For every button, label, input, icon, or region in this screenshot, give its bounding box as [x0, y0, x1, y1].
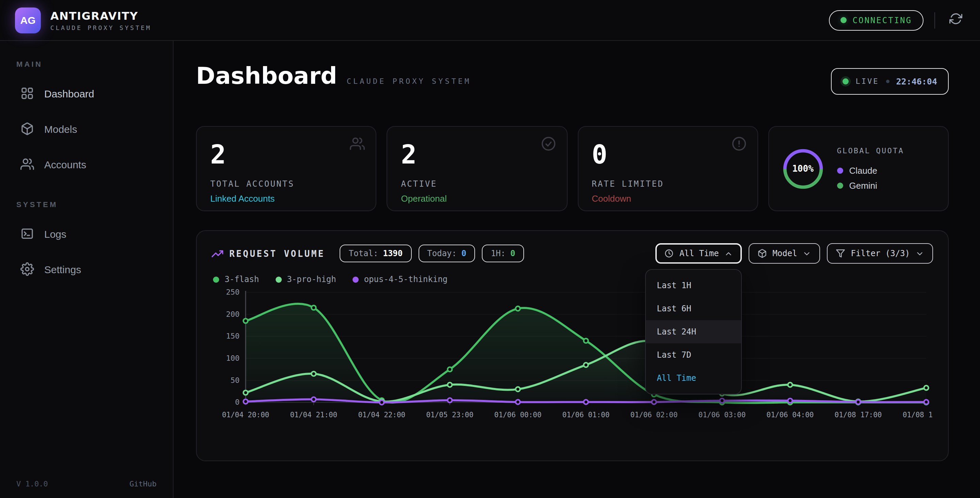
dropdown-item-last-6h[interactable]: Last 6H: [646, 297, 741, 320]
stat-chip-1h: 1H:0: [482, 244, 524, 262]
stat-card-rate-limited: 0RATE LIMITEDCooldown: [578, 126, 758, 211]
version-label: V 1.0.0: [16, 480, 48, 488]
svg-text:01/06 01:00: 01/06 01:00: [563, 411, 610, 419]
chip-value: 1390: [383, 249, 402, 258]
page-subtitle: CLAUDE PROXY SYSTEM: [347, 77, 471, 86]
svg-text:200: 200: [226, 310, 240, 319]
legend-label: Gemini: [850, 180, 877, 191]
sidebar-item-label: Settings: [44, 263, 81, 275]
request-volume-panel: REQUEST VOLUME Total:1390Today:01H:0 All…: [196, 230, 949, 461]
svg-text:150: 150: [226, 332, 240, 340]
alert-circle-icon: [732, 136, 746, 151]
legend-label: 3-pro-high: [287, 275, 336, 284]
sidebar-section-system: SYSTEM: [14, 200, 159, 209]
stat-chip-today: Today:0: [418, 244, 475, 262]
sidebar-item-accounts[interactable]: Accounts: [14, 148, 159, 180]
legend-label: 3-flash: [224, 275, 259, 284]
legend-dot: [837, 168, 843, 174]
chart-legend-3-pro-high[interactable]: 3-pro-high: [275, 275, 336, 284]
chip-label: Total:: [349, 249, 379, 258]
sidebar: MAINDashboardModelsAccountsSYSTEMLogsSet…: [0, 41, 173, 498]
users-icon: [21, 157, 34, 171]
svg-text:01/05 23:00: 01/05 23:00: [426, 411, 474, 419]
model-filter-label: Model: [772, 249, 797, 258]
trending-up-icon: [212, 247, 223, 259]
stat-card-active: 2ACTIVEOperational: [387, 126, 568, 211]
svg-text:01/04 20:00: 01/04 20:00: [222, 411, 269, 419]
filter-button[interactable]: Filter (3/3): [827, 243, 933, 263]
sidebar-item-dashboard[interactable]: Dashboard: [14, 78, 159, 109]
dropdown-item-last-7d[interactable]: Last 7D: [646, 343, 741, 367]
request-volume-chart[interactable]: 05010015020025001/04 20:0001/04 21:0001/…: [212, 287, 933, 427]
legend-label: opus-4-5-thinking: [364, 275, 448, 284]
quota-label: GLOBAL QUOTA: [837, 147, 904, 155]
quota-legend-gemini: Gemini: [837, 180, 904, 191]
github-link[interactable]: GitHub: [130, 480, 157, 488]
clock-icon: [665, 249, 674, 258]
global-quota-card: 100%GLOBAL QUOTAClaudeGemini: [768, 126, 949, 211]
page-title: Dashboard: [196, 64, 337, 87]
stat-label: RATE LIMITED: [592, 179, 744, 189]
dropdown-item-all-time[interactable]: All Time: [646, 367, 741, 389]
legend-dot: [353, 276, 359, 283]
chart-legend-opus-4-5-thinking[interactable]: opus-4-5-thinking: [353, 275, 448, 284]
legend-dot: [837, 183, 843, 189]
gear-icon: [21, 262, 34, 276]
chip-label: Today:: [427, 249, 457, 258]
svg-text:01/04 21:00: 01/04 21:00: [290, 411, 337, 419]
stat-sub-label: Operational: [401, 193, 553, 204]
dropdown-item-last-24h[interactable]: Last 24H: [646, 320, 741, 343]
sidebar-item-logs[interactable]: Logs: [14, 218, 159, 249]
divider: [934, 12, 935, 28]
dropdown-item-last-1h[interactable]: Last 1H: [646, 274, 741, 297]
stat-label: ACTIVE: [401, 179, 553, 189]
svg-text:100: 100: [226, 354, 240, 362]
svg-text:01/08 17:00: 01/08 17:00: [835, 411, 882, 419]
box-icon: [757, 249, 767, 258]
stat-label: TOTAL ACCOUNTS: [210, 179, 363, 189]
chevron-up-icon: [724, 249, 733, 258]
time-range-dropdown: Last 1HLast 6HLast 24HLast 7DAll Time: [645, 269, 742, 394]
check-circle-icon: [541, 136, 556, 151]
svg-text:01/08 18:00: 01/08 18:00: [903, 411, 933, 419]
stat-sub-label: Linked Accounts: [210, 193, 363, 204]
model-filter-button[interactable]: Model: [749, 243, 820, 263]
refresh-button[interactable]: [946, 11, 965, 30]
legend-dot: [275, 276, 282, 283]
chip-value: 0: [461, 249, 466, 258]
svg-text:01/04 22:00: 01/04 22:00: [358, 411, 405, 419]
time-range-button[interactable]: All Time: [656, 243, 742, 263]
topbar: AG ANTIGRAVITY CLAUDE PROXY SYSTEM CONNE…: [0, 0, 980, 41]
sidebar-item-settings[interactable]: Settings: [14, 254, 159, 285]
legend-dot: [213, 276, 219, 283]
grid-icon: [21, 86, 34, 100]
svg-text:01/06 03:00: 01/06 03:00: [698, 411, 746, 419]
sidebar-item-label: Accounts: [44, 158, 86, 170]
svg-text:01/06 00:00: 01/06 00:00: [495, 411, 542, 419]
live-clock-badge: LIVE 22:46:04: [831, 68, 949, 95]
svg-text:0: 0: [235, 398, 240, 406]
svg-text:50: 50: [231, 376, 239, 385]
stat-value: 2: [401, 142, 553, 169]
status-label: CONNECTING: [853, 15, 912, 25]
legend-label: Claude: [850, 166, 877, 176]
sidebar-item-label: Dashboard: [44, 88, 94, 99]
status-dot: [840, 17, 846, 23]
chevron-down-icon: [915, 249, 924, 258]
svg-text:01/06 02:00: 01/06 02:00: [630, 411, 678, 419]
sidebar-item-models[interactable]: Models: [14, 113, 159, 144]
panel-title: REQUEST VOLUME: [212, 247, 325, 259]
chart-legend-3-flash[interactable]: 3-flash: [213, 275, 259, 284]
box-icon: [21, 122, 34, 136]
clock-time: 22:46:04: [896, 76, 937, 86]
app-subtitle: CLAUDE PROXY SYSTEM: [50, 24, 151, 31]
stat-value: 0: [592, 142, 744, 169]
panel-title-text: REQUEST VOLUME: [229, 248, 325, 259]
users-icon: [350, 136, 365, 151]
quota-legend-claude: Claude: [837, 166, 904, 176]
svg-text:250: 250: [226, 288, 240, 296]
sidebar-item-label: Models: [44, 123, 77, 134]
connection-status-badge: CONNECTING: [829, 10, 924, 30]
sidebar-item-label: Logs: [44, 228, 66, 239]
quota-ring: 100%: [781, 147, 825, 190]
